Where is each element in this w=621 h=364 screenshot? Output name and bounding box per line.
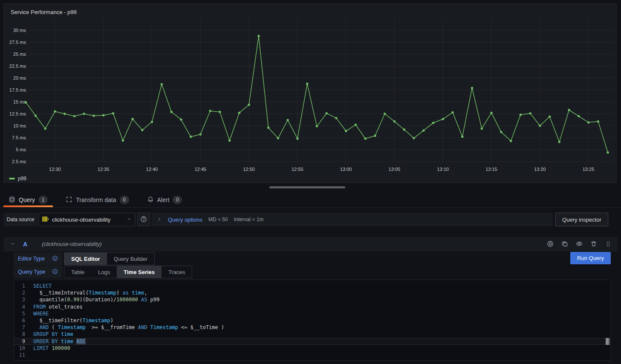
code-line-11: 11	[14, 352, 610, 358]
code-line-8: 8GROUP BY time	[14, 331, 610, 338]
panel-title: Service Performance - p99	[11, 9, 77, 15]
circle-icon	[547, 240, 554, 248]
svg-text:25 ms: 25 ms	[13, 52, 26, 57]
query-row-header: A (clickhouse-observability)	[3, 237, 618, 251]
drag-handle-icon	[605, 240, 612, 248]
option-time-series[interactable]: Time Series	[117, 266, 162, 278]
svg-text:30 ms: 30 ms	[13, 28, 26, 33]
bell-icon	[147, 196, 154, 204]
tab-count-badge: 1	[38, 196, 48, 204]
svg-text:22.5 ms: 22.5 ms	[9, 64, 26, 69]
svg-text:13:10: 13:10	[437, 167, 449, 172]
timeseries-chart[interactable]: 2.5 ms5 ms7.5 ms10 ms12.5 ms15 ms17.5 ms…	[4, 4, 616, 182]
editor-type-chip: Editor Type	[14, 252, 62, 265]
sql-code-editor[interactable]: 1SELECT2 $__timeInterval(Timestamp) as t…	[14, 280, 611, 361]
legend: p99	[9, 176, 26, 182]
svg-text:12.5 ms: 12.5 ms	[9, 111, 26, 116]
svg-text:2.5 ms: 2.5 ms	[12, 159, 26, 164]
tab-count-badge: 0	[173, 196, 182, 204]
code-line-5: 5WHERE	[14, 310, 610, 317]
tab-alert[interactable]: Alert 0	[142, 193, 188, 207]
query-datasource-hint: (clickhouse-observability)	[42, 241, 101, 247]
option-query-builder[interactable]: Query Builder	[107, 253, 154, 265]
tab-count-badge: 0	[120, 196, 129, 204]
query-type-switch: TableLogsTime SeriesTraces	[64, 266, 192, 278]
svg-text:12:40: 12:40	[146, 167, 158, 172]
svg-text:7.5 ms: 7.5 ms	[12, 135, 26, 140]
code-line-10: 10LIMIT 100000	[14, 345, 610, 352]
query-ref-id: A	[23, 241, 27, 248]
editor-tabs: Query 1 Transform data 0 Alert 0	[0, 193, 621, 208]
code-line-2: 2 $__timeInterval(Timestamp) as time,	[14, 289, 610, 296]
query-options-link[interactable]: Query options	[168, 217, 202, 223]
chevron-down-icon	[10, 241, 15, 248]
query-row-actions	[545, 239, 613, 249]
clickhouse-icon	[42, 216, 49, 223]
legend-series-label[interactable]: p99	[18, 176, 26, 182]
datasource-label: Data source	[3, 213, 38, 226]
tab-transform-data[interactable]: Transform data 0	[61, 193, 134, 207]
datasource-help-button[interactable]	[137, 213, 150, 226]
timeseries-panel: 2.5 ms5 ms7.5 ms10 ms12.5 ms15 ms17.5 ms…	[3, 3, 617, 183]
chevron-right-icon	[157, 216, 162, 223]
horizontal-scrollbar-thumb[interactable]	[269, 186, 345, 188]
code-line-4: 4FROM otel_traces	[14, 303, 610, 310]
tab-label: Query	[19, 196, 35, 203]
svg-text:12:45: 12:45	[194, 167, 206, 172]
svg-text:12:35: 12:35	[98, 167, 110, 172]
trash-icon	[590, 240, 597, 248]
drag-query-handle[interactable]	[603, 239, 613, 249]
copy-icon	[561, 240, 568, 248]
query-options-bar[interactable]: Query options MD = 50 Interval = 1m	[152, 213, 553, 226]
tab-label: Alert	[157, 196, 170, 203]
collapse-query-button[interactable]	[8, 239, 18, 249]
svg-text:27.5 ms: 27.5 ms	[9, 40, 26, 45]
code-line-7: 7 AND ( Timestamp >= $__fromTime AND Tim…	[14, 324, 610, 331]
svg-text:12:30: 12:30	[49, 167, 61, 172]
svg-text:13:00: 13:00	[340, 167, 352, 172]
help-circle-icon	[140, 216, 147, 224]
editor-type-label: Editor Type	[18, 256, 45, 262]
svg-text:13:20: 13:20	[534, 167, 546, 172]
svg-text:20 ms: 20 ms	[13, 75, 26, 81]
tab-query[interactable]: Query 1	[3, 193, 53, 207]
svg-text:12:55: 12:55	[292, 167, 303, 172]
database-icon	[9, 196, 15, 204]
query-options-md: MD = 50	[208, 217, 228, 222]
tab-label: Transform data	[76, 196, 116, 203]
editor-type-switch: SQL EditorQuery Builder	[64, 252, 155, 265]
query-type-chip: Query Type	[14, 266, 62, 278]
code-line-3: 3 quantile(0.99)(Duration)/1000000 AS p9…	[14, 296, 610, 303]
code-line-1: 1SELECT	[14, 283, 610, 289]
eye-icon	[576, 240, 583, 248]
svg-text:12:50: 12:50	[243, 167, 255, 172]
datasource-picker[interactable]: clickhouse-observability	[38, 213, 136, 226]
svg-text:5 ms: 5 ms	[16, 147, 26, 152]
query-type-label: Query Type	[18, 269, 45, 275]
svg-text:10 ms: 10 ms	[13, 123, 26, 128]
run-query-button[interactable]: Run Query	[570, 252, 611, 264]
svg-text:13:05: 13:05	[389, 167, 401, 172]
transform-icon	[66, 196, 72, 204]
remove-query-button[interactable]	[589, 239, 599, 249]
legend-series-color	[9, 178, 15, 179]
hide-response-button[interactable]	[574, 239, 584, 249]
option-traces[interactable]: Traces	[162, 266, 192, 278]
query-inspector-button[interactable]: Query inspector	[555, 213, 608, 226]
svg-text:15 ms: 15 ms	[13, 99, 26, 104]
code-line-6: 6 $__timeFilter(Timestamp)	[14, 317, 610, 324]
svg-text:13:15: 13:15	[485, 167, 497, 172]
duplicate-query-button[interactable]	[560, 239, 570, 249]
option-logs[interactable]: Logs	[91, 266, 117, 278]
code-line-9: 9ORDER BY time ASC	[14, 338, 610, 345]
svg-text:17.5 ms: 17.5 ms	[9, 87, 26, 92]
chevron-down-icon	[127, 217, 132, 223]
datasource-picker-value: clickhouse-observability	[52, 217, 110, 223]
query-status-button[interactable]	[545, 239, 555, 249]
info-icon[interactable]	[52, 255, 58, 263]
info-icon[interactable]	[52, 269, 58, 276]
option-table[interactable]: Table	[64, 266, 91, 278]
option-sql-editor[interactable]: SQL Editor	[64, 253, 107, 265]
svg-text:13:25: 13:25	[583, 167, 595, 172]
query-options-interval: Interval = 1m	[234, 217, 264, 222]
